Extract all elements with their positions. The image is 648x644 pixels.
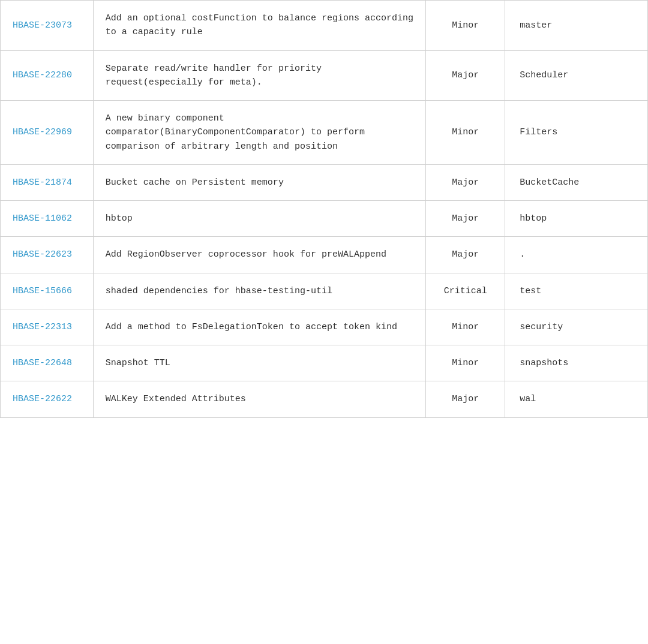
issue-link[interactable]: HBASE-22280 bbox=[13, 68, 81, 82]
issue-component: . bbox=[505, 237, 648, 273]
table-row: HBASE-23073Add an optional costFunction … bbox=[1, 1, 648, 51]
issue-link[interactable]: HBASE-22969 bbox=[13, 125, 81, 139]
issue-component: snapshots bbox=[505, 345, 648, 381]
table-row: HBASE-22969A new binary component compar… bbox=[1, 101, 648, 165]
issue-summary: Bucket cache on Persistent memory bbox=[93, 164, 425, 200]
issue-type: Major bbox=[426, 201, 505, 237]
issue-component: test bbox=[505, 273, 648, 309]
issue-summary: Add RegionObserver coprocessor hook for … bbox=[93, 237, 425, 273]
issue-link[interactable]: HBASE-22623 bbox=[13, 248, 81, 261]
table-row: HBASE-11062hbtopMajorhbtop bbox=[1, 201, 648, 237]
table-row: HBASE-22622WALKey Extended AttributesMaj… bbox=[1, 381, 648, 417]
table-row: HBASE-22280Separate read/write handler f… bbox=[1, 50, 648, 101]
issue-link[interactable]: HBASE-23073 bbox=[13, 19, 81, 32]
table-row: HBASE-22623Add RegionObserver coprocesso… bbox=[1, 237, 648, 273]
issue-link[interactable]: HBASE-22313 bbox=[13, 320, 81, 334]
issue-link[interactable]: HBASE-15666 bbox=[13, 284, 81, 298]
issue-link[interactable]: HBASE-22648 bbox=[13, 356, 81, 370]
issue-type: Minor bbox=[426, 101, 505, 165]
issue-summary: Snapshot TTL bbox=[93, 345, 425, 381]
issue-component: BucketCache bbox=[505, 164, 648, 200]
table-row: HBASE-22313Add a method to FsDelegationT… bbox=[1, 309, 648, 345]
issue-component: Scheduler bbox=[505, 50, 648, 101]
issue-type: Major bbox=[426, 237, 505, 273]
issue-component: hbtop bbox=[505, 201, 648, 237]
table-row: HBASE-21874Bucket cache on Persistent me… bbox=[1, 164, 648, 200]
issue-link[interactable]: HBASE-11062 bbox=[13, 212, 81, 225]
issue-link[interactable]: HBASE-21874 bbox=[13, 176, 81, 189]
issue-component: wal bbox=[505, 381, 648, 417]
issue-type: Minor bbox=[426, 309, 505, 345]
issue-summary: Separate read/write handler for priority… bbox=[93, 50, 425, 101]
issue-summary: WALKey Extended Attributes bbox=[93, 381, 425, 417]
issue-summary: hbtop bbox=[93, 201, 425, 237]
table-row: HBASE-22648Snapshot TTLMinorsnapshots bbox=[1, 345, 648, 381]
issue-summary: Add a method to FsDelegationToken to acc… bbox=[93, 309, 425, 345]
issue-type: Major bbox=[426, 164, 505, 200]
table-row: HBASE-15666shaded dependencies for hbase… bbox=[1, 273, 648, 309]
issue-type: Minor bbox=[426, 1, 505, 51]
issue-summary: shaded dependencies for hbase-testing-ut… bbox=[93, 273, 425, 309]
issue-type: Major bbox=[426, 381, 505, 417]
issue-component: master bbox=[505, 1, 648, 51]
issue-component: Filters bbox=[505, 101, 648, 165]
issue-component: security bbox=[505, 309, 648, 345]
issues-table-container: HBASE-23073Add an optional costFunction … bbox=[0, 0, 648, 644]
issue-link[interactable]: HBASE-22622 bbox=[13, 392, 81, 406]
issue-type: Major bbox=[426, 50, 505, 101]
issues-table: HBASE-23073Add an optional costFunction … bbox=[0, 0, 648, 418]
issue-type: Critical bbox=[426, 273, 505, 309]
issue-type: Minor bbox=[426, 345, 505, 381]
issue-summary: Add an optional costFunction to balance … bbox=[93, 1, 425, 51]
issue-summary: A new binary component comparator(Binary… bbox=[93, 101, 425, 165]
